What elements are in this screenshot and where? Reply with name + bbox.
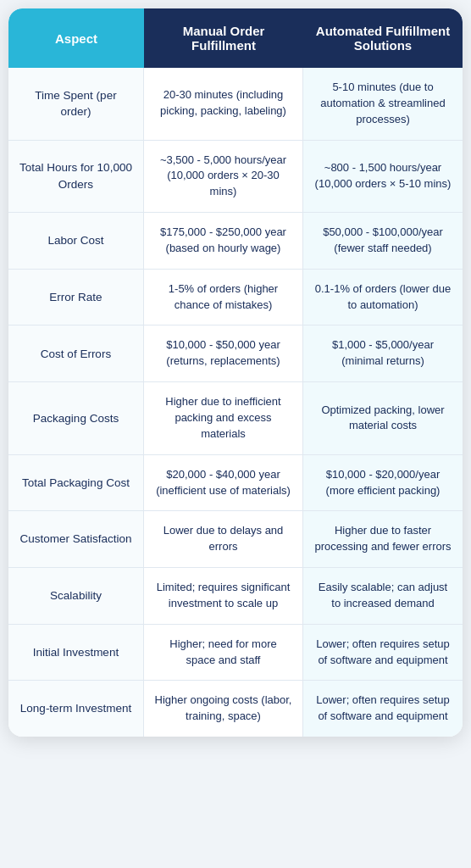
- cell-manual: 20-30 minutes (including picking, packin…: [144, 68, 303, 140]
- cell-manual: Higher ongoing costs (labor, training, s…: [144, 681, 303, 737]
- cell-automated: 5-10 minutes (due to automation & stream…: [303, 68, 463, 140]
- header-automated: Automated Fulfillment Solutions: [303, 8, 463, 68]
- cell-automated: 0.1-1% of orders (lower due to automatio…: [303, 270, 463, 326]
- table-body: Time Spent (per order)20-30 minutes (inc…: [8, 68, 463, 737]
- cell-manual: $20,000 - $40,000 year (inefficient use …: [144, 455, 303, 511]
- cell-aspect: Cost of Errors: [8, 326, 144, 381]
- cell-automated: Optimized packing, lower material costs: [303, 382, 463, 454]
- table-row: Cost of Errors$10,000 - $50,000 year (re…: [8, 326, 463, 382]
- table-row: Customer SatisfactionLower due to delays…: [8, 511, 463, 568]
- cell-aspect: Time Spent (per order): [8, 68, 144, 140]
- table-row: Initial InvestmentHigher; need for more …: [8, 625, 463, 682]
- cell-manual: Limited; requires significant investment…: [144, 568, 303, 624]
- table-header: Aspect Manual Order Fulfillment Automate…: [8, 8, 463, 68]
- cell-manual: 1-5% of orders (higher chance of mistake…: [144, 270, 303, 326]
- cell-automated: Higher due to faster processing and fewe…: [303, 511, 463, 567]
- cell-manual: $10,000 - $50,000 year (returns, replace…: [144, 326, 303, 381]
- header-aspect: Aspect: [8, 8, 144, 68]
- cell-aspect: Customer Satisfaction: [8, 511, 144, 567]
- cell-automated: Lower; often requires setup of software …: [303, 681, 463, 737]
- cell-aspect: Total Packaging Cost: [8, 455, 144, 511]
- header-manual: Manual Order Fulfillment: [144, 8, 303, 68]
- cell-automated: Easily scalable; can adjust to increased…: [303, 568, 463, 624]
- cell-aspect: Initial Investment: [8, 625, 144, 681]
- cell-manual: ~3,500 - 5,000 hours/year (10,000 orders…: [144, 141, 303, 213]
- cell-automated: $50,000 - $100,000/year (fewer staff nee…: [303, 213, 463, 269]
- table-row: Packaging CostsHigher due to inefficient…: [8, 382, 463, 455]
- cell-automated: $1,000 - $5,000/year (minimal returns): [303, 326, 463, 381]
- cell-manual: $175,000 - $250,000 year (based on hourl…: [144, 213, 303, 269]
- table-row: Time Spent (per order)20-30 minutes (inc…: [8, 68, 463, 141]
- cell-aspect: Error Rate: [8, 270, 144, 326]
- cell-aspect: Labor Cost: [8, 213, 144, 269]
- table-row: Total Hours for 10,000 Orders~3,500 - 5,…: [8, 141, 463, 214]
- table-row: Error Rate1-5% of orders (higher chance …: [8, 270, 463, 326]
- cell-aspect: Total Hours for 10,000 Orders: [8, 141, 144, 213]
- cell-manual: Higher; need for more space and staff: [144, 625, 303, 681]
- cell-aspect: Long-term Investment: [8, 681, 144, 737]
- table-row: ScalabilityLimited; requires significant…: [8, 568, 463, 625]
- table-row: Long-term InvestmentHigher ongoing costs…: [8, 681, 463, 737]
- cell-aspect: Packaging Costs: [8, 382, 144, 454]
- header-manual-label: Manual Order Fulfillment: [154, 24, 293, 53]
- table-row: Total Packaging Cost$20,000 - $40,000 ye…: [8, 455, 463, 512]
- cell-automated: $10,000 - $20,000/year (more efficient p…: [303, 455, 463, 511]
- cell-automated: ~800 - 1,500 hours/year (10,000 orders ×…: [303, 141, 463, 213]
- table-row: Labor Cost$175,000 - $250,000 year (base…: [8, 213, 463, 270]
- header-automated-label: Automated Fulfillment Solutions: [313, 24, 452, 53]
- comparison-table: Aspect Manual Order Fulfillment Automate…: [8, 8, 463, 737]
- header-aspect-label: Aspect: [55, 31, 97, 46]
- cell-manual: Higher due to inefficient packing and ex…: [144, 382, 303, 454]
- cell-manual: Lower due to delays and errors: [144, 511, 303, 567]
- cell-automated: Lower; often requires setup of software …: [303, 625, 463, 681]
- cell-aspect: Scalability: [8, 568, 144, 624]
